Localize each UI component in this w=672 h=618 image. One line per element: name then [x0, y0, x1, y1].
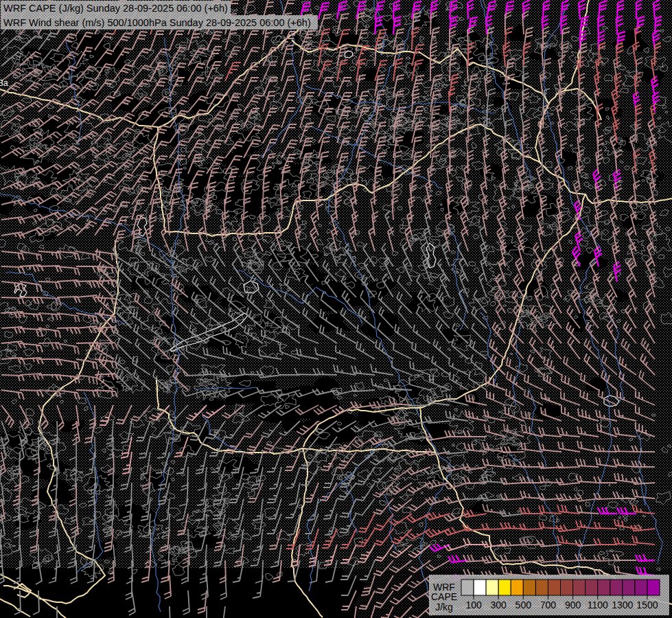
svg-text:1300: 1300 — [612, 599, 633, 610]
svg-text:CAPE: CAPE — [431, 591, 457, 602]
svg-text:900: 900 — [565, 599, 581, 610]
svg-text:1100: 1100 — [588, 599, 608, 610]
svg-text:300: 300 — [491, 599, 507, 610]
svg-text:Ba: Ba — [0, 78, 8, 88]
svg-text:500: 500 — [515, 599, 532, 610]
svg-text:100: 100 — [465, 599, 482, 610]
svg-text:J/kg: J/kg — [435, 602, 453, 613]
svg-text:WRF Wind shear (m/s) 500/1000h: WRF Wind shear (m/s) 500/1000hPa Sunday … — [3, 17, 311, 28]
svg-text:700: 700 — [540, 599, 557, 610]
svg-text:1500: 1500 — [636, 599, 658, 610]
svg-text:WRF CAPE (J/kg) Sunday 28-09-2: WRF CAPE (J/kg) Sunday 28-09-2025 06:00 … — [3, 3, 228, 14]
